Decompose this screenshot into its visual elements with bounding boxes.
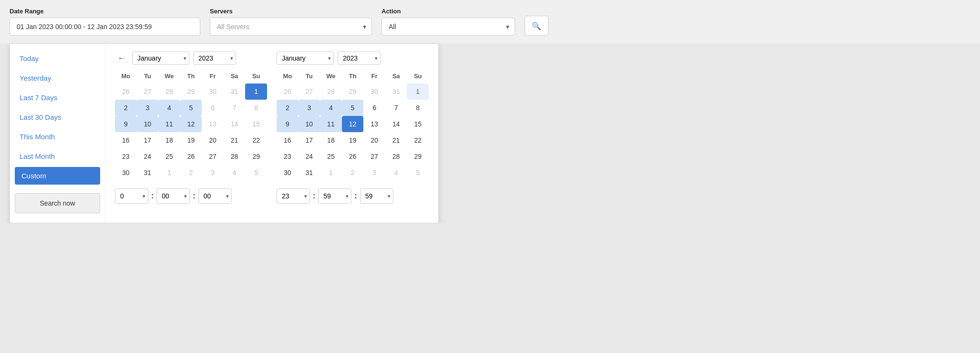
quick-option-lastmonth[interactable]: Last Month [10,146,105,166]
calendar-day[interactable]: 31 [137,165,159,181]
calendar-day[interactable]: 5 [180,100,202,116]
calendar-day[interactable]: 12 [342,116,364,132]
calendar-day[interactable]: 27 [363,148,385,165]
calendar-day[interactable]: 1 [245,83,267,100]
calendar-day[interactable]: 13 [363,116,385,132]
calendar-day[interactable]: 27 [137,83,159,100]
calendar-day[interactable]: 9 [277,116,299,132]
calendar-day[interactable]: 2 [342,165,364,181]
calendar-day[interactable]: 31 [224,83,246,100]
quick-option-last30days[interactable]: Last 30 Days [10,107,105,127]
calendar-day[interactable]: 20 [363,132,385,148]
left-year-select[interactable]: 202020212022 20232024 [193,52,236,65]
prev-month-button[interactable]: ← [115,52,128,64]
calendar-day[interactable]: 26 [342,148,364,165]
calendar-day[interactable]: 21 [224,132,246,148]
calendar-day[interactable]: 24 [137,148,159,165]
calendar-day[interactable]: 16 [115,132,137,148]
left-second-select[interactable]: 00010510 15202530 354045505559 [198,188,232,204]
calendar-day[interactable]: 21 [385,132,407,148]
calendar-day[interactable]: 31 [385,83,407,100]
calendar-day[interactable]: 15 [407,116,429,132]
calendar-day[interactable]: 8 [407,100,429,116]
calendar-day[interactable]: 3 [363,165,385,181]
calendar-day[interactable]: 27 [299,83,320,100]
calendar-day[interactable]: 30 [363,83,385,100]
calendar-day[interactable]: 7 [224,100,246,116]
servers-select[interactable]: All Servers [210,18,372,36]
calendar-day[interactable]: 27 [202,148,224,165]
calendar-day[interactable]: 30 [277,165,299,181]
calendar-day[interactable]: 23 [115,148,137,165]
calendar-day[interactable]: 3 [299,100,320,116]
calendar-day[interactable]: 14 [385,116,407,132]
calendar-day[interactable]: 25 [320,148,342,165]
calendar-day[interactable]: 12 [180,116,202,132]
calendar-day[interactable]: 25 [158,148,180,165]
calendar-day[interactable]: 18 [158,132,180,148]
calendar-day[interactable]: 19 [342,132,364,148]
calendar-day[interactable]: 16 [277,132,299,148]
right-year-select[interactable]: 202020212022 20232024 [338,52,381,65]
quick-option-thismonth[interactable]: This Month [10,127,105,146]
search-now-button[interactable]: Search now [15,193,100,213]
calendar-day[interactable]: 5 [245,165,267,181]
calendar-day[interactable]: 14 [224,116,246,132]
calendar-day[interactable]: 24 [299,148,320,165]
calendar-day[interactable]: 31 [299,165,320,181]
calendar-day[interactable]: 26 [115,83,137,100]
calendar-day[interactable]: 4 [385,165,407,181]
calendar-day[interactable]: 29 [342,83,364,100]
calendar-day[interactable]: 17 [137,132,159,148]
date-range-input[interactable]: 01 Jan 2023 00:00:00 - 12 Jan 2023 23:59… [10,18,200,36]
calendar-day[interactable]: 11 [158,116,180,132]
calendar-day[interactable]: 2 [115,100,137,116]
calendar-day[interactable]: 15 [245,116,267,132]
calendar-day[interactable]: 30 [202,83,224,100]
calendar-day[interactable]: 28 [385,148,407,165]
quick-option-today[interactable]: Today [10,49,105,68]
calendar-day[interactable]: 28 [224,148,246,165]
calendar-day[interactable]: 1 [320,165,342,181]
calendar-day[interactable]: 29 [180,83,202,100]
calendar-day[interactable]: 13 [202,116,224,132]
calendar-day[interactable]: 9 [115,116,137,132]
right-hour-select[interactable]: 0123 4567 891011 12131415 16171819 20212… [277,188,310,204]
calendar-day[interactable]: 1 [407,83,429,100]
calendar-day[interactable]: 22 [245,132,267,148]
left-month-select[interactable]: January FebruaryMarchApril MayJuneJuly A… [132,52,189,65]
calendar-day[interactable]: 2 [277,100,299,116]
calendar-day[interactable]: 29 [407,148,429,165]
calendar-day[interactable]: 6 [363,100,385,116]
calendar-day[interactable]: 11 [320,116,342,132]
calendar-day[interactable]: 23 [277,148,299,165]
right-month-select[interactable]: January FebruaryMarchApril MayJuneJuly A… [277,52,334,65]
calendar-day[interactable]: 10 [137,116,159,132]
calendar-day[interactable]: 4 [320,100,342,116]
action-select[interactable]: All [382,18,515,36]
calendar-day[interactable]: 1 [158,165,180,181]
quick-option-yesterday[interactable]: Yesterday [10,68,105,88]
calendar-day[interactable]: 22 [407,132,429,148]
calendar-day[interactable]: 26 [180,148,202,165]
calendar-day[interactable]: 30 [115,165,137,181]
quick-option-custom[interactable]: Custom [15,167,100,185]
calendar-day[interactable]: 17 [299,132,320,148]
calendar-day[interactable]: 3 [202,165,224,181]
calendar-day[interactable]: 18 [320,132,342,148]
calendar-day[interactable]: 3 [137,100,159,116]
calendar-day[interactable]: 4 [158,100,180,116]
calendar-day[interactable]: 28 [320,83,342,100]
calendar-day[interactable]: 26 [277,83,299,100]
calendar-day[interactable]: 19 [180,132,202,148]
calendar-day[interactable]: 7 [385,100,407,116]
calendar-day[interactable]: 2 [180,165,202,181]
left-hour-select[interactable]: 0123 4567 891011 12131415 16171819 20212… [115,188,148,204]
calendar-day[interactable]: 6 [202,100,224,116]
right-minute-select[interactable]: 00010510 15202530 354045505559 [318,188,351,204]
calendar-day[interactable]: 29 [245,148,267,165]
top-search-button[interactable]: 🔍 [525,16,548,36]
calendar-day[interactable]: 5 [407,165,429,181]
calendar-day[interactable]: 8 [245,100,267,116]
calendar-day[interactable]: 5 [342,100,364,116]
